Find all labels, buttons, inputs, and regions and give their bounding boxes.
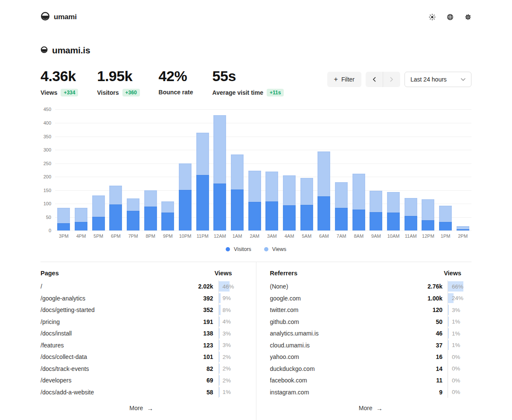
- date-range-select[interactable]: Last 24 hours: [404, 72, 471, 87]
- bar-12pm[interactable]: [419, 109, 437, 230]
- referrer-row[interactable]: facebook.com110%: [270, 374, 472, 386]
- metric-value: 4.36k: [41, 68, 78, 84]
- row-value: 11: [436, 377, 442, 384]
- percent-text: 24%: [452, 295, 463, 301]
- row-percent: 46%: [218, 280, 242, 292]
- bar-3am[interactable]: [263, 109, 281, 230]
- row-label: analytics.umami.is: [270, 330, 436, 337]
- pages-more-link[interactable]: More →: [129, 405, 153, 412]
- y-axis-tick: 150: [44, 188, 51, 193]
- bar-5am[interactable]: [298, 109, 315, 230]
- row-label: /google-analytics: [41, 295, 203, 302]
- page-row[interactable]: /pricing1914%: [41, 316, 242, 328]
- bar-1am[interactable]: [229, 109, 246, 230]
- percent-fill-bar: [219, 328, 220, 338]
- x-axis-label: 8AM: [350, 233, 367, 239]
- x-axis-label: 5AM: [298, 233, 315, 239]
- page-row[interactable]: /2.02k46%: [41, 280, 242, 292]
- bar-6am[interactable]: [315, 109, 333, 230]
- referrer-row[interactable]: twitter.com1203%: [270, 304, 472, 316]
- bar-8am[interactable]: [350, 109, 367, 230]
- language-icon[interactable]: [447, 14, 454, 20]
- referrer-row[interactable]: duckduckgo.com140%: [270, 363, 472, 375]
- row-percent: 1%: [218, 386, 242, 398]
- bar-2pm[interactable]: [454, 109, 471, 230]
- row-label: /docs/add-a-website: [41, 389, 207, 396]
- legend-item-visitors[interactable]: Visitors: [226, 246, 251, 252]
- theme-icon[interactable]: [429, 14, 436, 20]
- settings-icon[interactable]: [465, 14, 471, 20]
- percent-text: 1%: [452, 342, 460, 348]
- legend-dot: [264, 247, 268, 251]
- filter-button[interactable]: + Filter: [327, 72, 361, 87]
- bar-4am[interactable]: [281, 109, 298, 230]
- bar-10pm[interactable]: [177, 109, 194, 230]
- page-row[interactable]: /docs/install1383%: [41, 327, 242, 339]
- visitors-bar: [110, 204, 122, 230]
- legend-item-views[interactable]: Views: [264, 246, 286, 252]
- page-row[interactable]: /google-analytics3929%: [41, 292, 242, 304]
- page-row[interactable]: /docs/track-events822%: [41, 363, 242, 375]
- umami-logo-icon: [41, 12, 50, 23]
- row-percent: 2%: [218, 374, 242, 386]
- row-percent: 4%: [218, 316, 242, 328]
- bar-9am[interactable]: [367, 109, 385, 230]
- bar-1pm[interactable]: [437, 109, 454, 230]
- legend-label: Views: [272, 246, 286, 252]
- bar-12am[interactable]: [211, 109, 229, 230]
- row-label: /pricing: [41, 318, 203, 325]
- referrer-row[interactable]: github.com501%: [270, 316, 472, 328]
- referrer-row[interactable]: instagram.com90%: [270, 386, 472, 398]
- referrer-row[interactable]: cloud.umami.is371%: [270, 339, 472, 351]
- metric-label: Views: [41, 89, 57, 96]
- bar-11am[interactable]: [402, 109, 419, 230]
- row-percent: 8%: [218, 304, 242, 316]
- bar-11pm[interactable]: [194, 109, 211, 230]
- metric-views: 4.36kViews+334: [41, 68, 78, 96]
- visitors-bar: [231, 190, 244, 231]
- bar-9pm[interactable]: [159, 109, 177, 230]
- row-percent: 0%: [448, 363, 471, 375]
- page-row[interactable]: /docs/add-a-website581%: [41, 386, 242, 398]
- percent-text: 2%: [223, 377, 231, 384]
- visitors-bar: [92, 217, 105, 230]
- next-period-button[interactable]: [383, 72, 400, 87]
- bar-3pm[interactable]: [55, 109, 73, 230]
- referrers-more-link[interactable]: More →: [359, 405, 383, 412]
- bar-4pm[interactable]: [73, 109, 90, 230]
- referrer-row[interactable]: google.com1.00k24%: [270, 292, 472, 304]
- row-label: /docs/getting-started: [41, 306, 203, 313]
- percent-fill-bar: [219, 293, 221, 303]
- row-percent: 9%: [218, 292, 242, 304]
- brand-logo[interactable]: umami: [41, 12, 77, 23]
- referrer-row[interactable]: yahoo.com160%: [270, 351, 472, 363]
- brand-name: umami: [54, 13, 77, 21]
- row-label: /: [41, 283, 198, 290]
- row-label: instagram.com: [270, 389, 439, 396]
- page-row[interactable]: /features1233%: [41, 339, 242, 351]
- percent-text: 1%: [223, 389, 231, 395]
- percent-text: 46%: [223, 283, 234, 290]
- chevron-down-icon: [461, 78, 465, 81]
- referrer-row[interactable]: analytics.umami.is461%: [270, 327, 472, 339]
- page-row[interactable]: /docs/getting-started3528%: [41, 304, 242, 316]
- chart-legend: VisitorsViews: [41, 246, 471, 252]
- bar-7pm[interactable]: [125, 109, 142, 230]
- prev-period-button[interactable]: [366, 72, 383, 87]
- bar-5pm[interactable]: [90, 109, 107, 230]
- referrer-row[interactable]: (None)2.76k66%: [270, 280, 472, 292]
- metrics-bar: 4.36kViews+3341.95kVisitors+36042%Bounce…: [41, 68, 471, 96]
- bar-6pm[interactable]: [107, 109, 125, 230]
- row-label: /docs/collect-data: [41, 353, 203, 360]
- pages-more-row: More →: [41, 404, 242, 412]
- site-name: umami.is: [52, 45, 90, 55]
- bar-2am[interactable]: [246, 109, 263, 230]
- y-axis-tick: 400: [44, 120, 51, 125]
- page-row[interactable]: /docs/collect-data1012%: [41, 351, 242, 363]
- page-row[interactable]: /developers692%: [41, 374, 242, 386]
- pages-table: Pages Views /2.02k46%/google-analytics39…: [41, 262, 256, 420]
- bar-8pm[interactable]: [142, 109, 159, 230]
- row-value: 2.02k: [198, 283, 213, 290]
- bar-7am[interactable]: [333, 109, 350, 230]
- bar-10am[interactable]: [385, 109, 402, 230]
